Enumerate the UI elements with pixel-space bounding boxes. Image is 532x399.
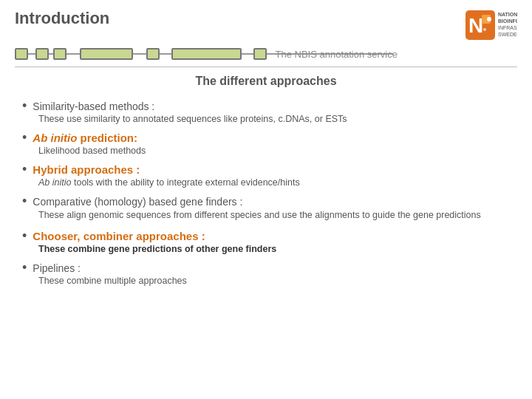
bullet-icon: • xyxy=(22,261,27,274)
bullet-icon: • xyxy=(22,131,27,144)
gene-diagram: The NBIS annotation service xyxy=(15,46,517,62)
slide-header: Introduction N NATIONAL BIOINFORMATICS I… xyxy=(15,9,517,41)
list-item: • Chooser, combiner approaches : These c… xyxy=(15,228,517,254)
header-divider xyxy=(15,66,517,67)
item-sub: These align genomic sequences from diffe… xyxy=(22,209,517,222)
svg-point-4 xyxy=(483,28,486,31)
bullet-icon: • xyxy=(22,194,27,208)
bullet-icon: • xyxy=(22,163,27,176)
svg-point-3 xyxy=(487,17,491,21)
italic-part: Ab initio xyxy=(33,132,77,144)
item-sub: Likelihood based methods xyxy=(22,146,517,156)
label-rest: prediction: xyxy=(77,132,137,144)
svg-text:BIOINFORMATICS: BIOINFORMATICS xyxy=(498,18,517,24)
item-label-orange: Chooser, combiner approaches : xyxy=(33,230,205,242)
list-item: • Hybrid approaches : Ab initio tools wi… xyxy=(15,162,517,188)
slide-container: Introduction N NATIONAL BIOINFORMATICS I… xyxy=(0,0,532,399)
item-label: Comparative (homology) based gene finder… xyxy=(33,196,242,208)
bullet-icon: • xyxy=(22,229,27,242)
svg-text:INFRASTRUCTURE: INFRASTRUCTURE xyxy=(498,25,517,30)
item-sub: Ab initio tools with the ability to inte… xyxy=(22,177,517,188)
annotation-service-label: The NBIS annotation service xyxy=(276,49,398,60)
list-item: • Similarity-based methods : These use s… xyxy=(15,98,517,124)
content-list: • Similarity-based methods : These use s… xyxy=(15,98,517,286)
svg-text:SWEDEN: SWEDEN xyxy=(498,32,517,37)
list-item: • Pipelines : These combine multiple app… xyxy=(15,260,517,286)
sub-italic: Ab initio xyxy=(38,177,71,188)
item-label: Similarity-based methods : xyxy=(33,100,154,112)
slide-title: Introduction xyxy=(15,9,109,28)
item-sub: These combine gene predictions of other … xyxy=(22,244,517,254)
svg-text:N: N xyxy=(468,14,483,37)
svg-text:NATIONAL: NATIONAL xyxy=(498,12,517,17)
item-sub: These combine multiple approaches xyxy=(22,276,517,286)
item-sub: These use similarity to annotated sequen… xyxy=(22,114,517,124)
list-item: • Ab initio prediction: Likelihood based… xyxy=(15,130,517,156)
item-label-orange: Hybrid approaches : xyxy=(33,163,140,176)
item-label: Pipelines : xyxy=(33,262,81,274)
main-heading: The different approaches xyxy=(15,75,517,88)
item-label-orange: Ab initio prediction: xyxy=(33,132,137,144)
bullet-icon: • xyxy=(22,99,27,112)
nbis-logo: N NATIONAL BIOINFORMATICS INFRASTRUCTURE… xyxy=(464,9,517,41)
list-item: • Comparative (homology) based gene find… xyxy=(15,194,517,222)
